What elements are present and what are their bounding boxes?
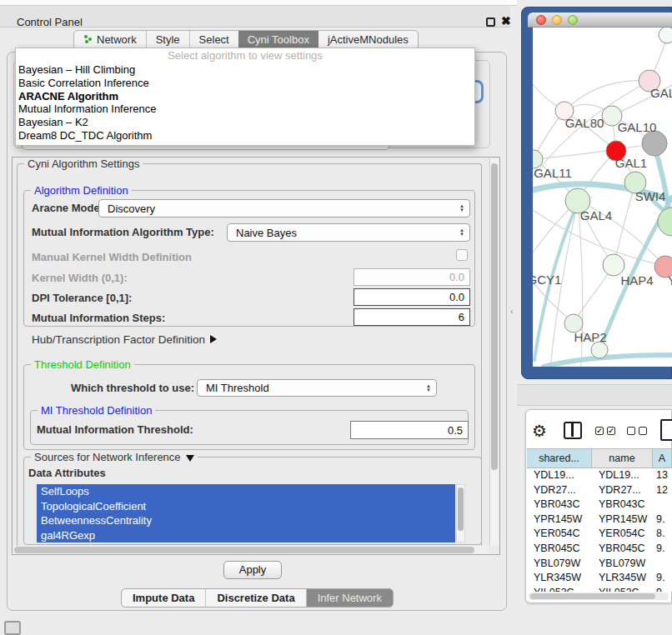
table-row[interactable]: YBR043CYBR043C	[527, 498, 672, 512]
network-edge-thick[interactable]	[544, 355, 672, 367]
node-label-gal: GAL	[650, 86, 672, 100]
splitter-collapse-arrow[interactable]: ‹	[510, 307, 513, 316]
unchecked-checkboxes-icon[interactable]	[639, 427, 647, 435]
bottom-tab-discretize-data[interactable]: Discretize Data	[205, 589, 305, 607]
attribute-item-topologicalcoefficient[interactable]: TopologicalCoefficient	[37, 499, 455, 514]
file-icon[interactable]	[660, 419, 672, 441]
mi-algorithm-type-combo[interactable]: Naive Bayes ▲▼	[227, 223, 470, 242]
which-threshold-combo[interactable]: MI Threshold ▲▼	[197, 379, 437, 397]
table-cell: YDL19...	[527, 468, 592, 483]
checked-checkboxes-icon[interactable]: ✓	[595, 427, 604, 435]
node-label-gal80: GAL80	[565, 116, 604, 130]
settings-vertical-scrollbar-thumb[interactable]	[491, 163, 498, 470]
network-node[interactable]	[591, 342, 608, 358]
aracne-mode-combo[interactable]: Discovery ▲▼	[98, 199, 470, 218]
aracne-mode-value: Discovery	[108, 202, 155, 215]
dropdown-item-dream8-dc-tdc-algorithm[interactable]: Dream8 DC_TDC Algorithm	[16, 129, 474, 142]
network-node[interactable]	[659, 28, 672, 43]
mi-threshold-label: Mutual Information Threshold:	[37, 423, 193, 436]
table-rows: YDL19...YDL19...13YDR27...YDR27...12YBR0…	[527, 468, 672, 592]
node-label-gal11: GAL11	[534, 166, 572, 180]
table-panel-titlebar: Table Panel	[517, 384, 672, 406]
node-label-hap2: HAP2	[574, 330, 606, 344]
control-panel-titlebar: Control Panel ✖	[0, 6, 510, 28]
table-row[interactable]: YDL19...YDL19...13	[527, 468, 672, 483]
tab-style[interactable]: Style	[146, 31, 189, 48]
apply-button[interactable]: Apply	[223, 561, 282, 579]
manual-kernel-width-checkbox[interactable]	[456, 249, 468, 261]
attributes-list-scrollbar-thumb[interactable]	[458, 488, 464, 531]
node-label-gal1: GAL1	[615, 156, 647, 170]
tab-select[interactable]: Select	[189, 31, 238, 48]
mi-steps-field[interactable]: 6	[354, 308, 470, 326]
column-header-a[interactable]: A	[653, 449, 672, 468]
tab-jactivemnodules[interactable]: jActiveMNodules	[318, 31, 418, 48]
kernel-width-label: Kernel Width (0,1):	[32, 272, 128, 284]
panel-corner-icon[interactable]	[4, 621, 21, 635]
table-row[interactable]: YDR27...YDR27...12	[527, 483, 672, 498]
close-icon[interactable]: ✖	[501, 14, 511, 28]
table-cell: 8.	[653, 527, 672, 542]
table-row[interactable]: YLR345WYLR345W9.	[527, 571, 672, 586]
tab-bar: NetworkStyleSelectCyni ToolboxjActiveMNo…	[73, 30, 419, 49]
aracne-mode-label: Aracne Mode:	[32, 202, 103, 214]
checked-checkboxes-icon[interactable]: ✓	[607, 427, 615, 435]
table-row[interactable]: YER054CYER054C8.	[527, 527, 672, 542]
mi-algorithm-type-value: Naive Bayes	[236, 227, 297, 239]
float-window-icon[interactable]	[486, 18, 495, 27]
tab-cyni-toolbox[interactable]: Cyni Toolbox	[238, 31, 318, 48]
bottom-tab-infer-network[interactable]: Infer Network	[306, 589, 393, 607]
tab-network[interactable]: Network	[74, 31, 146, 48]
combo-spinner-icon: ▲▼	[459, 204, 464, 212]
node-label-gal10: GAL10	[618, 120, 657, 134]
column-header-name[interactable]: name	[592, 449, 653, 468]
table-cell: YDL19...	[592, 468, 653, 483]
column-header-shared[interactable]: shared...	[527, 449, 592, 468]
network-node[interactable]	[642, 131, 667, 156]
settings-horizontal-scrollbar-thumb[interactable]	[14, 547, 474, 553]
bottom-tab-impute-data[interactable]: Impute Data	[122, 589, 205, 607]
unchecked-checkboxes-icon[interactable]	[627, 427, 635, 435]
network-canvas[interactable]: GALGAL80GAL10GAL1GAL11SWI4GAL4GCY1HAP4YH…	[533, 28, 672, 367]
network-node[interactable]	[658, 208, 672, 236]
algorithm-dropdown-popup: Select algorithm to view settings Bayesi…	[15, 48, 475, 146]
table-cell: YBR045C	[592, 542, 653, 557]
dpi-tolerance-label: DPI Tolerance [0,1]:	[32, 292, 132, 304]
dropdown-item-basic-correlation-inference[interactable]: Basic Correlation Inference	[16, 77, 474, 90]
dropdown-item-mutual-information-inference[interactable]: Mutual Information Inference	[16, 102, 474, 116]
dropdown-item-bayesian-k2[interactable]: Bayesian – K2	[16, 116, 474, 129]
table-row[interactable]: YBR045CYBR045C9.	[527, 542, 672, 557]
table-row[interactable]: YBL079WYBL079W	[527, 557, 672, 572]
tab-label: Network	[97, 31, 137, 48]
dpi-tolerance-field[interactable]: 0.0	[354, 288, 470, 306]
table-header-row: shared...nameA	[527, 448, 672, 468]
table-cell: 13	[653, 468, 672, 483]
expanded-arrow-icon	[186, 455, 194, 462]
table-row[interactable]: YPR145WYPR145W9.	[527, 512, 672, 528]
table-cell: YIL053C	[527, 586, 592, 592]
which-threshold-value: MI Threshold	[206, 382, 269, 394]
table-horizontal-scrollbar-thumb[interactable]	[530, 593, 655, 599]
table-cell: YBR043C	[527, 498, 592, 512]
table-cell: YDR27...	[527, 483, 592, 498]
attribute-item-gal4rgexp[interactable]: gal4RGexp	[37, 528, 455, 543]
attribute-item-betweennesscentrality[interactable]: BetweennessCentrality	[37, 513, 455, 528]
kernel-width-field: 0.0	[354, 268, 470, 286]
network-window-titlebar[interactable]	[528, 12, 672, 28]
dropdown-item-bayesian-hill-climbing[interactable]: Bayesian – Hill Climbing	[16, 63, 474, 77]
hub-section-toggle[interactable]: Hub/Transcription Factor Definition	[32, 333, 217, 346]
dropdown-item-aracne-algorithm[interactable]: ARACNE Algorithm	[16, 90, 474, 103]
gear-icon[interactable]: ⚙	[532, 421, 547, 441]
threshold-definition-title: Threshold Definition	[31, 358, 134, 371]
tab-label: Style	[156, 31, 180, 48]
mi-threshold-field[interactable]: 0.5	[350, 421, 469, 439]
control-panel-title: Control Panel	[17, 16, 83, 28]
close-traffic-light[interactable]	[536, 15, 546, 25]
minimize-traffic-light[interactable]	[552, 15, 562, 25]
table-cell: YDR27...	[592, 483, 653, 498]
network-edge[interactable]	[614, 182, 635, 265]
attribute-item-selfloops[interactable]: SelfLoops	[37, 484, 455, 499]
columns-icon[interactable]	[564, 422, 582, 439]
table-row[interactable]: YIL053CYIL053C9	[527, 586, 672, 592]
zoom-traffic-light[interactable]	[568, 15, 578, 25]
